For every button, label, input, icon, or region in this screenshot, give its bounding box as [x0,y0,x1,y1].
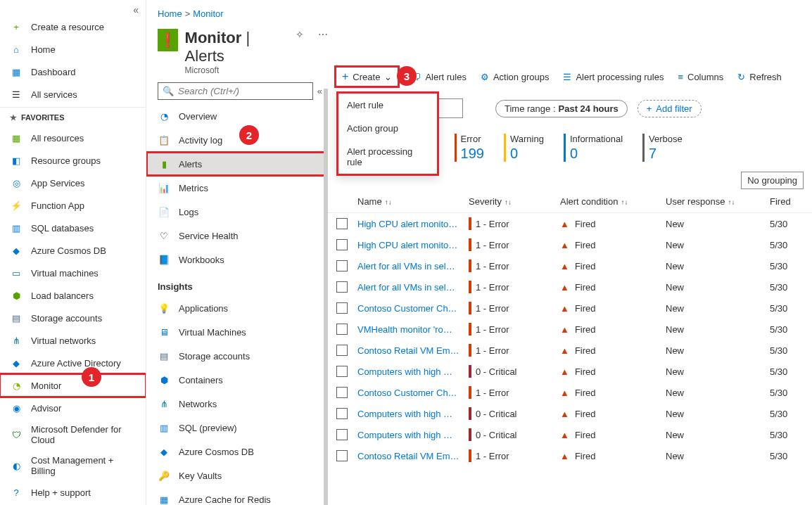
sidebar-item-label: Home [31,44,56,55]
create-alert-processing-rule-item[interactable]: Alert processing rule [338,140,437,174]
row-checkbox[interactable] [336,387,348,398]
nav-icon: 📄 [158,205,170,218]
collapse-sidebar-icon[interactable]: « [0,4,146,15]
row-checkbox[interactable] [336,366,348,377]
alert-severity: 1 - Error [469,302,560,314]
create-alert-rule-item[interactable]: Alert rule [338,94,437,117]
blade-nav-key-vaults[interactable]: 🔑Key Vaults [146,464,328,487]
alert-name-link[interactable]: Alert for all VMs in sel… [357,282,469,293]
breadcrumb-home[interactable]: Home [158,8,182,19]
sidebar-item-storage-accounts[interactable]: ▤Storage accounts [0,307,146,329]
blade-nav-azure-cache-for-redis[interactable]: ▦Azure Cache for Redis [146,487,328,505]
blade-nav-alerts[interactable]: ▮Alerts [146,152,328,176]
sidebar-item-all-resources[interactable]: ▦All resources [0,127,146,149]
nav-icon: ◉ [10,402,23,414]
sidebar-item-label: Storage accounts [31,313,102,324]
grouping-select[interactable]: No grouping [741,172,804,189]
sidebar-item-create-a-resource[interactable]: +Create a resource [0,15,146,38]
sidebar-item-function-app[interactable]: ⚡Function App [0,194,146,217]
blade-nav-overview[interactable]: ◔Overview [146,104,328,128]
blade-nav-logs[interactable]: 📄Logs [146,200,328,224]
alert-name-link[interactable]: Contoso Retail VM Em… [357,451,469,461]
alert-name-link[interactable]: Alert for all VMs in sel… [357,261,469,271]
alert-name-link[interactable]: High CPU alert monito… [357,240,469,250]
row-checkbox[interactable] [336,345,348,356]
row-checkbox[interactable] [336,281,348,293]
stat-informational[interactable]: Informational0 [564,134,623,162]
blade-nav-applications[interactable]: 💡Applications [146,296,328,320]
sidebar-item-advisor[interactable]: ◉Advisor [0,397,146,419]
row-checkbox[interactable] [336,302,348,314]
nav-icon: ⋔ [10,334,23,347]
sidebar-item-azure-active-directory[interactable]: ◆Azure Active Directory [0,352,146,374]
pin-icon[interactable]: ✧ [296,29,304,40]
row-checkbox[interactable] [336,260,348,271]
blade-nav-service-health[interactable]: ♡Service Health [146,224,328,248]
row-checkbox[interactable] [336,429,348,440]
nav-icon: ⌂ [10,43,23,56]
sidebar-item-dashboard[interactable]: ▦Dashboard [0,60,146,83]
sidebar-item-app-services[interactable]: ◎App Services [0,172,146,194]
alert-processing-rules-button[interactable]: ☰Alert processing rules [563,72,664,82]
blade-nav-sql-preview-[interactable]: ▥SQL (preview) [146,416,328,440]
refresh-button[interactable]: ↻Refresh [737,72,782,82]
sidebar-item-resource-groups[interactable]: ◧Resource groups [0,149,146,172]
blade-nav-virtual-machines[interactable]: 🖥Virtual Machines [146,320,328,344]
alert-name-link[interactable]: Computers with high … [357,366,469,377]
alert-name-link[interactable]: Contoso Customer Ch… [357,388,469,398]
alert-name-link[interactable]: Computers with high … [357,430,469,440]
blade-nav-storage-accounts[interactable]: ▤Storage accounts [146,344,328,368]
col-condition[interactable]: Alert condition↑↓ [560,196,666,207]
sidebar-item-load-balancers[interactable]: ⬢Load balancers [0,284,146,307]
sidebar-item-virtual-machines[interactable]: ▭Virtual machines [0,262,146,284]
alert-rules-button[interactable]: 🗨Alert rules [412,72,467,82]
col-name[interactable]: Name↑↓ [357,196,469,207]
blade-nav-metrics[interactable]: 📊Metrics [146,176,328,200]
row-checkbox[interactable] [336,218,348,229]
blade-nav-activity-log[interactable]: 📋Activity log [146,128,328,152]
blade-nav-azure-cosmos-db[interactable]: ◆Azure Cosmos DB [146,440,328,464]
breadcrumb-monitor[interactable]: Monitor [193,8,223,19]
create-button[interactable]: + Create ⌄ [336,68,398,86]
alert-name-link[interactable]: Computers with high … [357,409,469,419]
stat-warning[interactable]: Warning0 [504,134,544,162]
alert-name-link[interactable]: VMHealth monitor 'ro… [357,324,469,335]
sidebar-item-virtual-networks[interactable]: ⋔Virtual networks [0,329,146,352]
sidebar-item-cost-management-billing[interactable]: ◐Cost Management + Billing [0,450,146,481]
row-checkbox[interactable] [336,324,348,335]
alert-condition: ▲Fired [560,451,666,461]
row-checkbox[interactable] [336,408,348,419]
sidebar-item-all-services[interactable]: ☰All services [0,83,146,106]
sidebar-item-home[interactable]: ⌂Home [0,38,146,60]
stat-error[interactable]: Error199 [455,134,484,162]
search-input[interactable]: 🔍 [158,82,313,100]
alert-name-link[interactable]: High CPU alert monito… [357,219,469,229]
sidebar-item-microsoft-defender-for-cloud[interactable]: 🛡Microsoft Defender for Cloud [0,419,146,450]
sidebar-item-monitor[interactable]: ◔Monitor [0,374,146,397]
blade-nav-networks[interactable]: ⋔Networks [146,392,328,416]
nav-icon: 💡 [158,302,170,314]
command-bar: + Create ⌄ Alert rule Action group Alert… [328,60,812,91]
col-fired[interactable]: Fired [770,196,804,207]
alert-name-link[interactable]: Contoso Customer Ch… [357,303,469,314]
action-groups-button[interactable]: ⚙Action groups [481,72,550,82]
blade-nav-workbooks[interactable]: 📘Workbooks [146,248,328,271]
more-icon[interactable]: ⋯ [318,29,328,40]
blade-nav-containers[interactable]: ⬢Containers [146,368,328,392]
sidebar-item-sql-databases[interactable]: ▥SQL databases [0,217,146,239]
blade-nav: Home > Monitor ❗ Monitor | Alerts Micros… [146,0,328,505]
col-response[interactable]: User response↑↓ [666,196,770,207]
row-checkbox[interactable] [336,450,348,461]
collapse-blade-nav-icon[interactable]: « [317,86,322,96]
create-action-group-item[interactable]: Action group [338,117,437,140]
alert-name-link[interactable]: Contoso Retail VM Em… [357,345,469,356]
row-checkbox[interactable] [336,239,348,250]
sidebar-item-help-support[interactable]: ?Help + support [0,481,146,504]
add-filter-button[interactable]: +Add filter [637,100,702,117]
columns-button[interactable]: ≡Columns [678,72,723,82]
time-range-pill[interactable]: Time range : Past 24 hours [495,100,628,117]
step-badge-3: 3 [397,66,417,86]
stat-verbose[interactable]: Verbose7 [642,134,683,162]
col-severity[interactable]: Severity↑↓ [469,196,560,207]
sidebar-item-azure-cosmos-db[interactable]: ◆Azure Cosmos DB [0,239,146,262]
